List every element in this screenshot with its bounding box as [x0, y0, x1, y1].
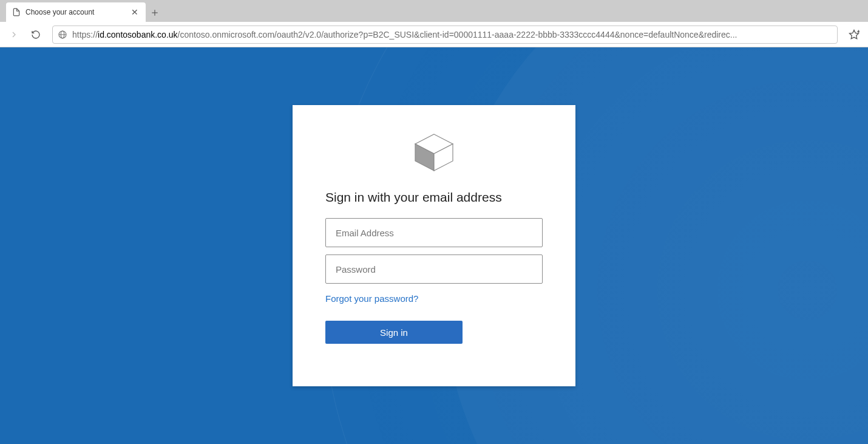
browser-toolbar: https://id.contosobank.co.uk/contoso.onm… [0, 22, 868, 47]
url-protocol: https:// [72, 30, 98, 39]
nav-forward-button[interactable] [5, 26, 23, 44]
page-content: Sign in with your email address Forgot y… [0, 47, 868, 444]
browser-tab[interactable]: Choose your account ✕ [6, 2, 146, 22]
forgot-password-link[interactable]: Forgot your password? [325, 293, 418, 304]
favorites-button[interactable] [845, 26, 863, 44]
url-text: https://id.contosobank.co.uk/contoso.onm… [72, 30, 832, 39]
app-logo [325, 132, 543, 173]
site-info-icon[interactable] [58, 30, 67, 39]
tab-title: Choose your account [25, 8, 130, 16]
address-bar[interactable]: https://id.contosobank.co.uk/contoso.onm… [52, 26, 838, 44]
url-path: /contoso.onmicrosoft.com/oauth2/v2.0/aut… [178, 30, 737, 39]
url-host: id.contosobank.co.uk [98, 30, 178, 39]
refresh-button[interactable] [27, 26, 45, 44]
email-field[interactable] [325, 218, 543, 247]
signin-card: Sign in with your email address Forgot y… [293, 105, 575, 386]
new-tab-button[interactable] [146, 4, 164, 22]
tab-strip: Choose your account ✕ [0, 0, 868, 22]
password-field[interactable] [325, 254, 543, 284]
tab-close-icon[interactable]: ✕ [130, 7, 140, 17]
signin-heading: Sign in with your email address [325, 190, 543, 205]
page-favicon-icon [12, 8, 21, 16]
signin-button[interactable]: Sign in [325, 321, 463, 344]
cube-icon [410, 132, 458, 173]
